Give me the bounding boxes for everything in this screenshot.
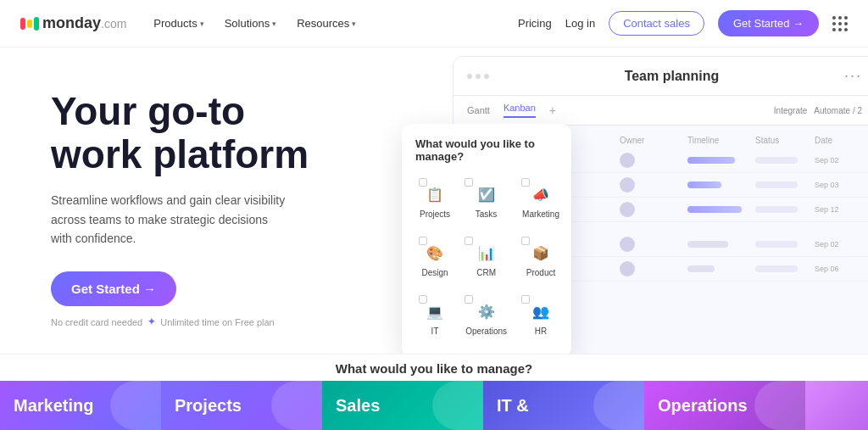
tp-tab-add[interactable]: + [549,103,556,117]
hero-get-started-button[interactable]: Get Started → [51,271,176,306]
operations-card-image [754,381,805,430]
manage-modal-title: What would you like to manage? [415,137,558,163]
nav-pricing-link[interactable]: Pricing [518,17,552,30]
tp-title: Team planning [499,69,844,84]
sales-card-label: Sales [336,396,380,416]
tp-tab-gantt[interactable]: Gantt [467,105,490,115]
apps-grid-icon[interactable] [832,16,848,31]
bottom-card-marketing[interactable]: Marketing [0,381,161,430]
marketing-card-label: Marketing [14,396,93,416]
nav-links: Products ▾ Solutions ▾ Resources ▾ [153,17,356,30]
tp-actions: Integrate Automate / 2 [774,106,862,115]
bottom-card-operations[interactable]: Operations [644,381,805,430]
logo-text: monday.com [42,14,126,32]
manage-label-tasks: Tasks [476,209,498,219]
manage-item-product[interactable]: 📦 Product [518,233,564,285]
bottom-section-title: What would you like to manage? [0,355,868,381]
manage-label-product: Product [526,268,555,277]
tasks-icon: ☑️ [475,182,498,206]
hero-title: Your go-to work platform [51,90,348,176]
marketing-card-image [110,381,161,430]
manage-label-crm: CRM [476,268,496,277]
tp-integrate[interactable]: Integrate [774,106,807,115]
logo[interactable]: monday.com [20,14,126,32]
operations-card-label: Operations [658,396,748,416]
nav-link-solutions[interactable]: Solutions ▾ [225,17,276,30]
bottom-cards-row: Marketing Projects Sales IT & Operations [0,381,868,430]
tp-more-icon[interactable]: ··· [844,67,862,85]
nav-link-products[interactable]: Products ▾ [153,17,203,30]
manage-label-projects: Projects [420,209,450,219]
tp-header: Team planning ··· [453,57,868,96]
manage-item-tasks[interactable]: ☑️ Tasks [461,175,511,226]
nav-link-resources[interactable]: Resources ▾ [297,17,356,30]
manage-label-design: Design [421,268,448,277]
manage-item-crm[interactable]: 📊 CRM [461,233,511,285]
nav-login-link[interactable]: Log in [565,17,595,30]
manage-item-operations[interactable]: ⚙️ Operations [461,292,511,343]
logo-icon [20,17,39,31]
bottom-section: What would you like to manage? Marketing… [0,354,868,430]
manage-check-projects[interactable] [419,178,427,187]
operations-icon: ⚙️ [475,299,498,323]
nav-get-started-button[interactable]: Get Started → [718,10,819,36]
manage-check-crm[interactable] [465,237,473,245]
bottom-card-projects[interactable]: Projects [161,381,322,430]
product-icon: 📦 [529,241,553,265]
manage-label-marketing: Marketing [522,209,559,219]
bottom-card-extra[interactable] [805,381,868,430]
manage-check-tasks[interactable] [465,178,473,187]
hero-note: No credit card needed ✦ Unlimited time o… [51,316,348,327]
marketing-icon: 📣 [529,182,553,206]
projects-card-label: Projects [175,396,242,416]
projects-card-image [271,381,322,430]
manage-item-projects[interactable]: 📋 Projects [415,175,454,226]
manage-check-operations[interactable] [465,295,473,304]
manage-modal: What would you like to manage? 📋 Project… [402,124,571,357]
manage-check-hr[interactable] [521,295,530,304]
nav-right: Pricing Log in Contact sales Get Started… [518,10,848,36]
it-card-image [593,381,644,430]
tp-tab-kanban[interactable]: Kanban [504,103,536,118]
manage-label-it: IT [431,327,439,336]
sales-card-image [432,381,483,430]
hr-icon: 👥 [529,299,553,323]
manage-check-design[interactable] [419,237,427,245]
manage-item-it[interactable]: 💻 IT [415,292,454,343]
manage-grid: 📋 Projects ☑️ Tasks 📣 Marketing 🎨 Design [415,175,558,343]
manage-item-hr[interactable]: 👥 HR [518,292,564,343]
manage-label-hr: HR [535,327,547,336]
it-card-label: IT & [497,396,529,416]
manage-check-marketing[interactable] [521,178,530,187]
manage-item-marketing[interactable]: 📣 Marketing [518,175,564,226]
crm-icon: 📊 [475,241,498,265]
navbar: monday.com Products ▾ Solutions ▾ Resour… [0,0,868,47]
tp-tabs: Gantt Kanban + Integrate Automate / 2 [453,96,868,126]
bottom-card-it[interactable]: IT & [483,381,644,430]
manage-item-design[interactable]: 🎨 Design [415,233,454,285]
manage-label-operations: Operations [465,327,507,336]
manage-check-product[interactable] [521,237,530,245]
tp-automate[interactable]: Automate / 2 [814,106,862,115]
bottom-card-sales[interactable]: Sales [322,381,483,430]
manage-check-it[interactable] [419,295,427,304]
hero-subtitle: Streamline workflows and gain clear visi… [51,191,288,248]
contact-sales-button[interactable]: Contact sales [609,11,704,36]
